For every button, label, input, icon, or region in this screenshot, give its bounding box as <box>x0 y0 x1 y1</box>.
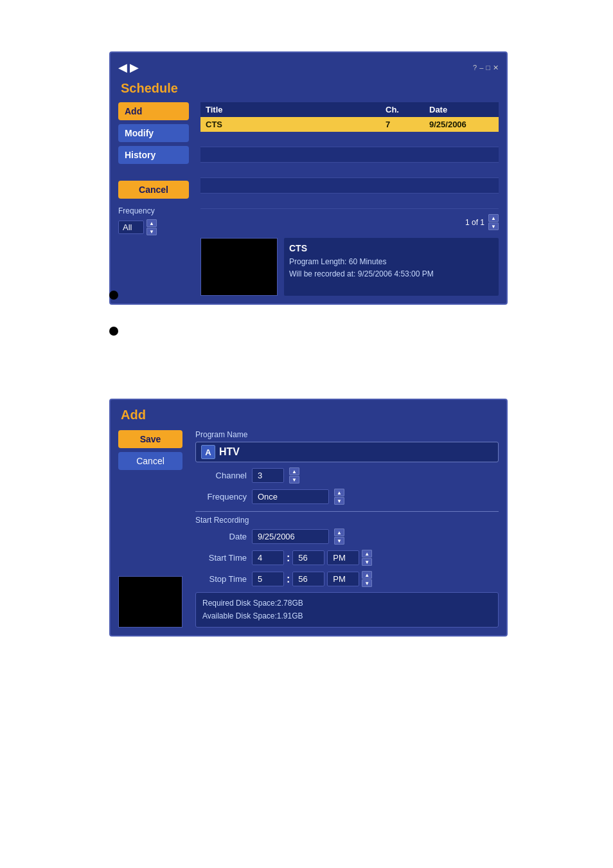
schedule-title: Schedule <box>118 81 499 96</box>
freq-down-arrow[interactable]: ▼ <box>147 228 157 235</box>
nav-icons: ◀ ▶ <box>118 60 139 75</box>
history-button[interactable]: History <box>118 146 189 164</box>
save-button[interactable]: Save <box>118 430 182 448</box>
channel-arrows[interactable]: ▲ ▼ <box>289 467 299 484</box>
stop-time-row: Stop Time 5 : 56 PM ▲ ▼ <box>195 571 499 587</box>
date-up-arrow[interactable]: ▲ <box>334 529 344 536</box>
modify-button[interactable]: Modify <box>118 124 189 142</box>
start-time-inputs: 4 : 56 PM ▲ ▼ <box>252 550 372 566</box>
col-date: Date <box>429 105 493 114</box>
frequency-add-value: Once <box>252 489 329 504</box>
page-up-arrow[interactable]: ▲ <box>488 214 499 222</box>
schedule-content: Title Ch. Date CTS 7 9/25/2006 1 of 1 ▲ … <box>200 102 499 296</box>
stop-time-up-arrow[interactable]: ▲ <box>362 571 372 579</box>
row-title: CTS <box>206 120 380 129</box>
frequency-add-arrows[interactable]: ▲ ▼ <box>334 489 344 505</box>
table-row-empty-4 <box>200 178 499 194</box>
bullet-dot-2 <box>109 327 118 336</box>
table-row-empty-5 <box>200 194 499 209</box>
add-form-content: Program Name A HTV Channel 3 ▲ ▼ Frequen… <box>195 430 499 628</box>
add-sidebar: Save Cancel <box>118 430 189 628</box>
bullet-dot-1 <box>109 291 118 300</box>
program-name-value: HTV <box>219 446 240 458</box>
stop-hour[interactable]: 5 <box>252 572 284 586</box>
start-ampm: PM <box>327 550 359 565</box>
time-sep-2: : <box>287 574 290 585</box>
channel-row: Channel 3 ▲ ▼ <box>195 467 499 484</box>
date-label: Date <box>195 532 247 541</box>
frequency-add-label: Frequency <box>195 492 247 502</box>
help-control[interactable]: ? <box>473 64 477 71</box>
frequency-add-row: Frequency Once ▲ ▼ <box>195 489 499 505</box>
bullet-item-2 <box>109 325 126 336</box>
pagination-text: 1 of 1 <box>465 218 484 227</box>
table-header: Title Ch. Date <box>200 102 499 117</box>
channel-value: 3 <box>252 468 284 483</box>
date-arrows[interactable]: ▲ ▼ <box>334 529 344 545</box>
freq-add-down-arrow[interactable]: ▼ <box>334 497 344 505</box>
disk-info: Required Disk Space:2.78GB Available Dis… <box>195 592 499 628</box>
back-icon[interactable]: ◀ <box>118 60 127 75</box>
channel-up-arrow[interactable]: ▲ <box>289 467 299 475</box>
freq-up-arrow[interactable]: ▲ <box>147 219 157 227</box>
row-date: 9/25/2006 <box>429 120 493 129</box>
preview-section: CTS Program Length: 60 Minutes Will be r… <box>200 238 499 296</box>
schedule-sidebar: Add Modify History Cancel Frequency All … <box>118 102 195 296</box>
start-time-row: Start Time 4 : 56 PM ▲ ▼ <box>195 550 499 566</box>
add-title: Add <box>118 408 499 422</box>
cancel-add-button[interactable]: Cancel <box>118 452 182 470</box>
table-row-empty-3 <box>200 163 499 178</box>
add-panel: Add Save Cancel Program Name A HTV Chann… <box>109 399 508 637</box>
time-sep-1: : <box>287 552 290 564</box>
frequency-label: Frequency <box>118 206 195 215</box>
close-control[interactable]: ✕ <box>493 64 499 72</box>
channel-label: Channel <box>195 471 247 480</box>
restore-control[interactable]: □ <box>486 64 490 71</box>
frequency-row: All ▲ ▼ <box>118 219 195 235</box>
start-time-arrows[interactable]: ▲ ▼ <box>362 550 372 566</box>
start-min[interactable]: 56 <box>292 550 324 565</box>
channel-down-arrow[interactable]: ▼ <box>289 476 299 484</box>
table-row-empty-1 <box>200 132 499 147</box>
bullet-section <box>109 289 126 361</box>
preview-title: CTS <box>289 243 493 253</box>
date-down-arrow[interactable]: ▼ <box>334 537 344 545</box>
schedule-panel: ◀ ▶ ? – □ ✕ Schedule Add Modify History … <box>109 51 508 305</box>
col-ch: Ch. <box>386 105 424 114</box>
pagination-row: 1 of 1 ▲ ▼ <box>200 212 499 233</box>
start-hour[interactable]: 4 <box>252 550 284 565</box>
page-down-arrow[interactable]: ▼ <box>488 222 499 230</box>
start-recording-label: Start Recording <box>195 516 499 525</box>
preview-record-time: Will be recorded at: 9/25/2006 4:53:00 P… <box>289 268 493 280</box>
start-time-up-arrow[interactable]: ▲ <box>362 550 372 557</box>
disk-available: Available Disk Space:1.91GB <box>202 610 492 622</box>
bullet-item-1 <box>109 289 126 300</box>
col-title: Title <box>206 105 380 114</box>
stop-time-arrows[interactable]: ▲ ▼ <box>362 571 372 587</box>
divider <box>195 511 499 512</box>
forward-icon[interactable]: ▶ <box>130 60 139 75</box>
stop-time-down-arrow[interactable]: ▼ <box>362 579 372 587</box>
program-icon: A <box>201 445 215 459</box>
program-name-row[interactable]: A HTV <box>195 442 499 462</box>
panel-title-bar: ◀ ▶ ? – □ ✕ <box>118 60 499 75</box>
add-button[interactable]: Add <box>118 102 189 120</box>
stop-min[interactable]: 56 <box>292 572 324 586</box>
table-row-empty-2 <box>200 147 499 163</box>
preview-length: Program Length: 60 Minutes <box>289 256 493 268</box>
add-body: Save Cancel Program Name A HTV Channel 3… <box>118 430 499 628</box>
window-controls: ? – □ ✕ <box>473 64 499 72</box>
date-value: 9/25/2006 <box>252 529 329 544</box>
table-row-selected[interactable]: CTS 7 9/25/2006 <box>200 117 499 132</box>
start-time-down-arrow[interactable]: ▼ <box>362 558 372 566</box>
cancel-schedule-button[interactable]: Cancel <box>118 181 189 199</box>
frequency-value: All <box>118 221 144 234</box>
pagination-arrows[interactable]: ▲ ▼ <box>488 214 499 230</box>
stop-time-label: Stop Time <box>195 574 247 584</box>
freq-add-up-arrow[interactable]: ▲ <box>334 489 344 496</box>
minimize-control[interactable]: – <box>479 64 483 71</box>
stop-ampm: PM <box>327 572 359 586</box>
program-name-label: Program Name <box>195 430 499 439</box>
frequency-arrows[interactable]: ▲ ▼ <box>147 219 157 235</box>
disk-required: Required Disk Space:2.78GB <box>202 597 492 610</box>
